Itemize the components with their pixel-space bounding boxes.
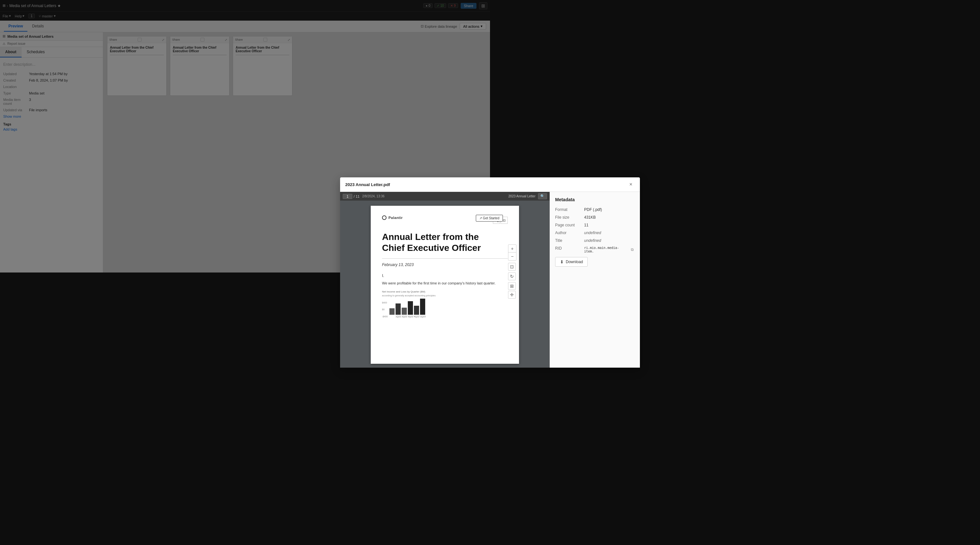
pdf-modal: 2023 Annual Letter.pdf × / 11 2/8/2024, … bbox=[340, 177, 490, 272]
pdf-divider bbox=[382, 258, 490, 259]
pdf-viewer: / 11 2/8/2024, 13:36 2023 Annual Letter … bbox=[340, 192, 490, 272]
get-started-button[interactable]: ↗ Get Started bbox=[476, 215, 490, 222]
page-number-input[interactable] bbox=[343, 194, 352, 199]
pdf-date: February 13, 2023 bbox=[382, 263, 490, 267]
pdf-page-input: / 11 bbox=[343, 194, 360, 199]
pdf-content: Palantir ↗ Get Started 🔍 ⊡ bbox=[340, 201, 490, 272]
modal-title: 2023 Annual Letter.pdf bbox=[345, 182, 390, 187]
modal-header: 2023 Annual Letter.pdf × bbox=[340, 177, 490, 192]
pdf-timestamp: 2/8/2024, 13:36 bbox=[362, 194, 490, 198]
pdf-page: Palantir ↗ Get Started 🔍 ⊡ bbox=[371, 206, 490, 272]
modal-overlay[interactable]: 2023 Annual Letter.pdf × / 11 2/8/2024, … bbox=[0, 0, 490, 272]
palantir-name: Palantir bbox=[388, 216, 402, 220]
palantir-circle-icon bbox=[382, 215, 387, 220]
pdf-document-title: Annual Letter from the Chief Executive O… bbox=[382, 231, 490, 253]
palantir-logo: Palantir bbox=[382, 215, 402, 220]
pdf-toolbar: / 11 2/8/2024, 13:36 2023 Annual Letter … bbox=[340, 192, 490, 201]
modal-body: / 11 2/8/2024, 13:36 2023 Annual Letter … bbox=[340, 192, 490, 272]
